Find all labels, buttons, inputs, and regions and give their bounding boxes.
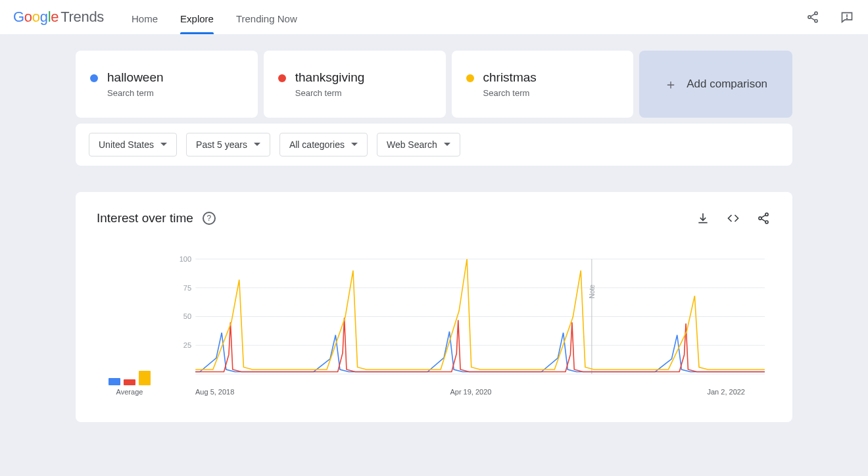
caret-down-icon: [254, 143, 260, 146]
term-name: thanksgiving: [295, 70, 365, 85]
line-chart: 255075100Note: [176, 252, 771, 384]
term-type: Search term: [295, 88, 365, 98]
compare-term-christmas[interactable]: christmas Search term: [452, 51, 634, 118]
average-bar-halloween: [108, 378, 120, 385]
svg-line-3: [811, 14, 815, 16]
plus-icon: ＋: [664, 78, 677, 91]
filter-category[interactable]: All categories: [279, 133, 368, 156]
x-tick: Jan 2, 2022: [708, 388, 746, 396]
nav-home[interactable]: Home: [132, 3, 158, 32]
svg-line-10: [761, 215, 765, 218]
filter-bar: United States Past 5 years All categorie…: [76, 124, 792, 166]
chart-header: Interest over time ?: [97, 210, 771, 226]
svg-point-2: [815, 20, 817, 22]
svg-point-1: [808, 16, 811, 18]
term-name: christmas: [483, 70, 537, 85]
chart-title: Interest over time: [97, 211, 193, 226]
x-tick: Aug 5, 2018: [195, 388, 234, 396]
svg-text:100: 100: [180, 255, 191, 263]
share-icon[interactable]: [805, 9, 821, 25]
caret-down-icon: [444, 143, 450, 146]
average-bars: [108, 366, 151, 385]
share-icon[interactable]: [756, 210, 771, 226]
compare-term-halloween[interactable]: halloween Search term: [76, 51, 258, 118]
interest-over-time-card: Interest over time ? Average 2550751: [76, 192, 792, 422]
caret-down-icon: [160, 143, 167, 146]
primary-nav: Home Explore Trending Now: [132, 3, 297, 32]
color-dot: [278, 74, 286, 82]
svg-point-7: [765, 213, 768, 216]
filter-geo[interactable]: United States: [89, 133, 177, 156]
average-label: Average: [116, 388, 143, 396]
caret-down-icon: [351, 143, 358, 146]
svg-point-9: [765, 221, 768, 224]
svg-point-8: [759, 217, 761, 220]
svg-text:25: 25: [183, 341, 191, 349]
google-trends-logo[interactable]: Google Trends: [13, 9, 104, 26]
filter-geo-label: United States: [99, 139, 154, 150]
average-block: Average: [97, 252, 162, 396]
x-tick: Apr 19, 2020: [450, 388, 491, 396]
help-icon[interactable]: ?: [203, 212, 216, 225]
add-comparison-button[interactable]: ＋ Add comparison: [639, 51, 792, 118]
average-bar-christmas: [139, 371, 151, 385]
download-icon[interactable]: [695, 210, 711, 226]
svg-point-0: [815, 12, 817, 14]
logo-trends-text: Trends: [60, 9, 104, 26]
chart-main: 255075100Note Aug 5, 2018 Apr 19, 2020 J…: [176, 252, 771, 396]
color-dot: [90, 74, 98, 82]
svg-line-11: [761, 219, 765, 222]
nav-explore[interactable]: Explore: [180, 3, 214, 32]
add-comparison-label: Add comparison: [687, 78, 767, 91]
embed-icon[interactable]: [725, 210, 741, 226]
svg-text:50: 50: [183, 312, 191, 320]
term-name: halloween: [107, 70, 164, 85]
term-type: Search term: [107, 88, 164, 98]
term-type: Search term: [483, 88, 537, 98]
top-bar: Google Trends Home Explore Trending Now: [0, 0, 868, 35]
nav-trending-now[interactable]: Trending Now: [236, 3, 297, 32]
top-right-actions: [805, 9, 855, 25]
x-axis-labels: Aug 5, 2018 Apr 19, 2020 Jan 2, 2022: [176, 384, 771, 396]
filter-search-type-label: Web Search: [387, 139, 437, 150]
filter-time[interactable]: Past 5 years: [186, 133, 270, 156]
compare-term-thanksgiving[interactable]: thanksgiving Search term: [264, 51, 446, 118]
series-halloween: [195, 331, 765, 371]
filter-search-type[interactable]: Web Search: [377, 133, 460, 156]
filter-category-label: All categories: [289, 139, 345, 150]
series-thanksgiving: [195, 318, 765, 371]
chart-body: Average 255075100Note Aug 5, 2018 Apr 19…: [97, 252, 771, 396]
average-bar-thanksgiving: [124, 379, 135, 385]
svg-text:Note: Note: [589, 284, 596, 298]
feedback-icon[interactable]: [839, 9, 855, 25]
color-dot: [466, 74, 474, 82]
chart-actions: [695, 210, 771, 226]
svg-text:75: 75: [183, 284, 191, 292]
svg-point-6: [847, 18, 848, 19]
filter-time-label: Past 5 years: [196, 139, 247, 150]
compare-terms-row: halloween Search term thanksgiving Searc…: [76, 51, 792, 118]
svg-line-4: [811, 18, 815, 20]
